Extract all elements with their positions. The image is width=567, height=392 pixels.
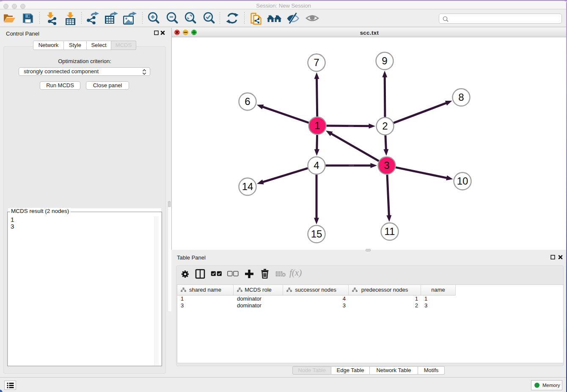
svg-text:4: 4 — [314, 160, 319, 171]
svg-text:1: 1 — [314, 120, 320, 131]
svg-text:2: 2 — [382, 120, 388, 132]
svg-text:3: 3 — [384, 160, 389, 171]
svg-text:10: 10 — [457, 175, 468, 187]
svg-text:8: 8 — [458, 91, 464, 103]
svg-text:9: 9 — [382, 55, 387, 66]
svg-text:6: 6 — [245, 96, 250, 107]
svg-text:15: 15 — [311, 228, 322, 240]
svg-text:14: 14 — [242, 181, 253, 192]
svg-text:11: 11 — [385, 226, 395, 237]
svg-text:7: 7 — [314, 57, 319, 68]
